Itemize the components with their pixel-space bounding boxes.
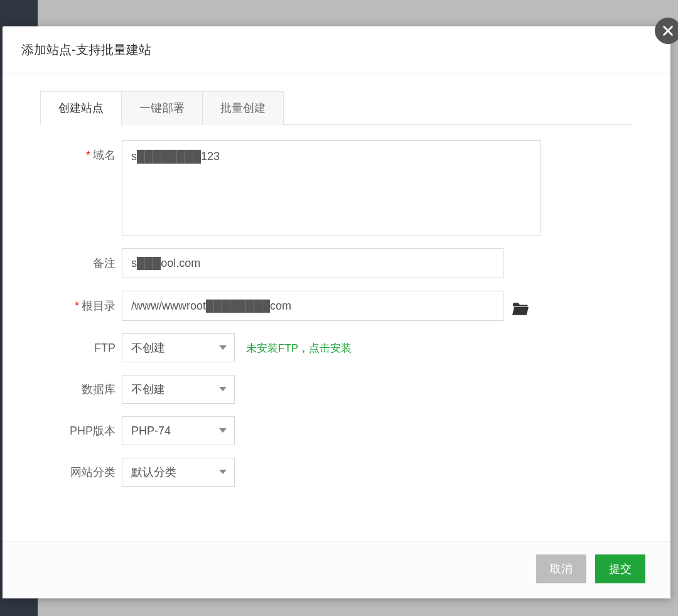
row-site-category: 网站分类 默认分类 bbox=[40, 458, 633, 487]
label-site-category: 网站分类 bbox=[40, 465, 122, 480]
add-site-modal: 添加站点-支持批量建站 创建站点 一键部署 批量创建 *域名 s████████… bbox=[3, 26, 670, 598]
folder-icon bbox=[512, 302, 529, 316]
row-root-dir: *根目录 bbox=[40, 291, 633, 321]
row-domain: *域名 s████████123 bbox=[40, 140, 633, 235]
row-database: 数据库 不创建 bbox=[40, 375, 633, 404]
modal-title: 添加站点-支持批量建站 bbox=[21, 41, 652, 58]
tabs: 创建站点 一键部署 批量创建 bbox=[40, 90, 633, 125]
ftp-install-link[interactable]: 未安装FTP，点击安装 bbox=[246, 341, 352, 355]
site-category-select[interactable]: 默认分类 bbox=[122, 458, 235, 487]
remark-input[interactable] bbox=[122, 248, 503, 278]
required-mark: * bbox=[75, 300, 79, 312]
label-root-dir: *根目录 bbox=[40, 298, 122, 313]
label-remark: 备注 bbox=[40, 256, 122, 271]
label-ftp: FTP bbox=[40, 342, 122, 355]
modal-header: 添加站点-支持批量建站 bbox=[3, 26, 670, 74]
root-dir-input[interactable] bbox=[122, 291, 503, 321]
close-icon bbox=[661, 24, 675, 38]
ftp-select[interactable]: 不创建 bbox=[122, 333, 235, 362]
tab-batch-create[interactable]: 批量创建 bbox=[203, 91, 284, 125]
label-database: 数据库 bbox=[40, 382, 122, 397]
row-ftp: FTP 不创建 未安装FTP，点击安装 bbox=[40, 333, 633, 362]
domain-input[interactable]: s████████123 bbox=[122, 140, 541, 235]
label-domain: *域名 bbox=[40, 140, 122, 163]
modal-body: 创建站点 一键部署 批量创建 *域名 s████████123 备注 *根目录 bbox=[3, 74, 670, 541]
tab-one-click-deploy[interactable]: 一键部署 bbox=[122, 91, 203, 125]
required-mark: * bbox=[86, 149, 90, 161]
submit-button[interactable]: 提交 bbox=[595, 554, 645, 583]
modal-footer: 取消 提交 bbox=[3, 541, 670, 598]
cancel-button[interactable]: 取消 bbox=[536, 554, 586, 583]
browse-folder-button[interactable] bbox=[512, 296, 529, 316]
close-button[interactable] bbox=[655, 18, 678, 44]
row-remark: 备注 bbox=[40, 248, 633, 278]
database-select[interactable]: 不创建 bbox=[122, 375, 235, 404]
tab-create-site[interactable]: 创建站点 bbox=[40, 91, 122, 125]
php-version-select[interactable]: PHP-74 bbox=[122, 416, 235, 445]
label-php-version: PHP版本 bbox=[40, 423, 122, 438]
row-php-version: PHP版本 PHP-74 bbox=[40, 416, 633, 445]
